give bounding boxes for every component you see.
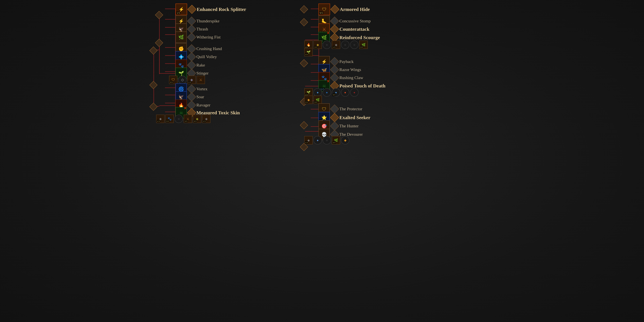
sub-icon-1c[interactable]: ◈ 1/3 (188, 76, 196, 84)
sub-icon-r2e[interactable]: ● (341, 88, 349, 96)
sub-icon-r3c[interactable]: ○ (323, 136, 331, 144)
sub-icon-r1c[interactable]: ○ (323, 40, 331, 49)
sub-icon-r1e[interactable]: ○ (341, 40, 349, 49)
sub-icon-1a[interactable]: 🛡 3/3 (169, 76, 178, 84)
sub-icons-row-r2b: ◆ 3/3 🌿 3/3 (304, 96, 322, 104)
sub-icon-1b[interactable]: ◇ (178, 76, 186, 84)
sub-icon-r2d[interactable]: ● 3/3 (332, 88, 340, 96)
sub-icon-r2c[interactable]: ● (323, 88, 331, 96)
sub-icons-row-1: 🛡 3/3 ◇ ◈ 1/3 ⚔ (169, 76, 205, 84)
sub-icon-r3a[interactable]: ◈ 1/3 (304, 136, 313, 144)
sub-icons-row-r1b: 🌱 3/3 (304, 48, 313, 56)
sub-icon-r1g[interactable]: 🌿 3/3 (359, 40, 368, 49)
sub-icon-r2f[interactable]: ● (350, 88, 358, 96)
x-mark-scourge: ✕ (327, 32, 330, 35)
sub-icon-2f[interactable]: ◈ 1/3 (202, 115, 210, 123)
sub-icon-2b[interactable]: 🐾 3/3 (165, 115, 174, 123)
node-enhanced-rock-splitter[interactable]: ⚡ 1/5 Enhanced Rock Splitter (176, 4, 246, 15)
sub-icons-row-r2: 🌱 3/3 ● ● ● 3/3 ● ● (304, 88, 358, 96)
sub-icon-r2ba[interactable]: ◆ 3/3 (304, 96, 313, 104)
sub-icon-r1ba[interactable]: 🌱 3/3 (304, 48, 313, 56)
sub-icons-row-2: ◈ 1/3 🐾 3/3 ○ ⚔ 3/3 ◆ 3/3 ◈ 1/3 (156, 115, 210, 123)
sub-icon-r1d[interactable]: ◈ 1/3 (332, 40, 340, 49)
sub-icons-row-r3: ◈ 1/3 ● ○ 🌿 3/3 ◆ (304, 136, 349, 144)
sub-icon-r1a[interactable]: 🔥 3/3 (304, 40, 313, 49)
sub-icon-r3e[interactable]: ◆ (341, 136, 349, 144)
sub-icon-r2b[interactable]: ● (314, 88, 322, 96)
skill-tree-container: ⚡ 1/5 Enhanced Rock Splitter ⚡ Thundersp… (0, 0, 644, 322)
sub-icon-2d[interactable]: ⚔ 3/3 (184, 115, 192, 123)
sub-icon-2a[interactable]: ◈ 1/3 (156, 115, 164, 123)
x-mark-toxic-skin: ✕ (184, 106, 187, 110)
node-armored-hide[interactable]: 🛡 9/5 Armored Hide (318, 4, 370, 15)
sub-icon-2e[interactable]: ◆ 3/3 (193, 115, 201, 123)
node-withering-fist[interactable]: 🌿 Withering Fist (176, 32, 220, 43)
sub-icon-r1f[interactable]: ○ (350, 40, 358, 49)
x-mark-poised: ✕ (327, 80, 330, 83)
sub-icon-2c[interactable]: ○ (174, 115, 183, 123)
sub-icon-r3b[interactable]: ● (314, 136, 322, 144)
sub-icon-r2bb[interactable]: 🌿 3/3 (314, 96, 322, 104)
sub-icon-1d[interactable]: ⚔ (196, 76, 205, 84)
sub-icon-r3d[interactable]: 🌿 3/3 (332, 136, 340, 144)
sub-icon-r2a[interactable]: 🌱 3/3 (304, 88, 313, 96)
sub-icons-row-r1: 🔥 3/3 ◆ 3/3 ○ ◈ 1/3 ○ ○ 🌿 3/3 (304, 40, 368, 49)
sub-icon-r1b[interactable]: ◆ 3/3 (314, 40, 322, 49)
